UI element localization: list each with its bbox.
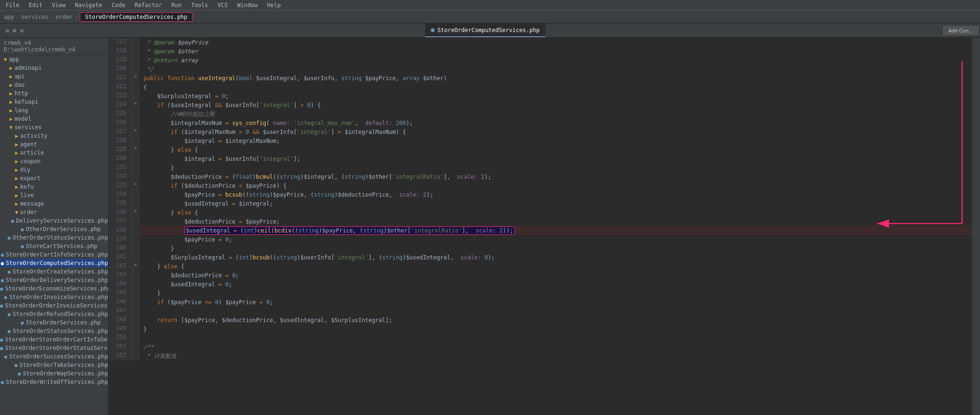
line-number: 252 [109, 351, 132, 360]
menu-item-run[interactable]: Run [169, 2, 184, 8]
sidebar-item-api[interactable]: ▶ api [0, 72, 108, 81]
line-gutter [132, 307, 140, 315]
sidebar-item-other-order[interactable]: ● OtherOrderServices.php [0, 225, 108, 233]
line-number: 249 [109, 324, 132, 333]
sidebar-item-create[interactable]: ● StoreOrderCreateServices.php [0, 267, 108, 276]
line-content: $payPrice = 0; [140, 235, 972, 244]
line-content: if ($integralMaxNum > 0 && $userInfo['in… [140, 127, 972, 136]
right-scrollbar[interactable] [972, 38, 980, 415]
tree-label-computed: StoreOrderComputedServices.php [6, 260, 108, 266]
code-area[interactable]: 217 * @param $payPrice 218 * @param $oth… [109, 38, 972, 415]
sidebar-item-services[interactable]: ▼ services [0, 123, 108, 132]
menu-item-window[interactable]: Window [235, 2, 260, 8]
sidebar-item-live[interactable]: ▶ live [0, 191, 108, 199]
sidebar-item-article[interactable]: ▶ article [0, 149, 108, 157]
line-content: * @param $payPrice [140, 38, 972, 47]
sidebar-item-order-services[interactable]: ● StoreOrderServices.php [0, 318, 108, 327]
file-icon-writeoff: ● [1, 379, 4, 385]
folder-icon-agent: ▶ [15, 141, 18, 148]
sidebar-item-export[interactable]: ▶ export [0, 174, 108, 183]
settings-icon[interactable]: ⚙ [6, 27, 9, 34]
line-gutter: ▶ [132, 262, 140, 271]
breadcrumb-order[interactable]: order [56, 14, 73, 20]
sidebar-item-coupon[interactable]: ▶ coupon [0, 157, 108, 166]
sidebar-item-lang[interactable]: ▶ lang [0, 106, 108, 115]
line-number: 231 [109, 163, 132, 172]
sidebar-item-store-status[interactable]: ● StoreOrderStoreOrderStatusServices.php [0, 344, 108, 352]
sidebar-item-model[interactable]: ▶ model [0, 115, 108, 123]
add-config-button[interactable]: Add Con... [943, 26, 978, 35]
tree-label-order-invoice: StoreOrderOrderInvoiceServices.php [5, 302, 109, 309]
table-row: 240 } [109, 244, 972, 253]
sidebar-item-order-invoice[interactable]: ● StoreOrderOrderInvoiceServices.php [0, 301, 108, 310]
file-icon-order-services: ● [21, 320, 24, 326]
line-number: 224 [109, 100, 132, 109]
menu-item-code[interactable]: Code [110, 2, 127, 8]
sidebar-item-message[interactable]: ▶ message [0, 199, 108, 208]
sidebar-item-cart-info[interactable]: ● StoreOrderCartInfoServices.php [0, 250, 108, 259]
sidebar-item-success[interactable]: ● StoreOrderSuccessServices.php [0, 352, 108, 361]
line-gutter [132, 163, 140, 172]
tree-label-economize: StoreOrderEconomizeServices.php [5, 285, 109, 292]
menu-item-edit[interactable]: Edit [27, 2, 44, 8]
folder-icon-api: ▶ [9, 74, 13, 80]
gear-icon[interactable]: ⚙ [20, 27, 23, 34]
sidebar-item-activity[interactable]: ▶ activity [0, 132, 108, 140]
sidebar-item-agent[interactable]: ▶ agent [0, 140, 108, 149]
sidebar-item-kefu[interactable]: ▶ kefu [0, 183, 108, 191]
line-content: $SurplusIntegral = (int)bcsub((string)$u… [140, 253, 972, 262]
file-icon-refund: ● [8, 311, 11, 317]
menu-item-vcs[interactable]: VCS [216, 2, 230, 8]
sidebar-item-computed[interactable]: ● StoreOrderComputedServices.php [0, 259, 108, 267]
sidebar-item-diy[interactable]: ▶ diy [0, 166, 108, 174]
menu-item-file[interactable]: File [4, 2, 21, 8]
sidebar-item-other-status[interactable]: ● OtherOrderStatusServices.php [0, 233, 108, 242]
sidebar-item-invoice[interactable]: ● StoreOrderInvoiceServices.php [0, 293, 108, 301]
table-row-highlighted: 238 $usedIntegral = (int)ceil(bcdiv((str… [109, 226, 972, 235]
sidebar-item-http[interactable]: ▶ http [0, 89, 108, 98]
sidebar-item-order-status[interactable]: ● StoreOrderStatusServices.php [0, 327, 108, 335]
tab-store-order-computed[interactable]: StoreOrderComputedServices.php [425, 24, 545, 37]
line-content: } else { [140, 262, 972, 271]
sidebar-item-delivery2[interactable]: ● StoreOrderDeliveryServices.php [0, 276, 108, 284]
sidebar-item-kefuapi[interactable]: ▶ kefuapi [0, 98, 108, 106]
line-number: 248 [109, 315, 132, 324]
tree-label-model: model [15, 116, 32, 122]
menu-item-refactor[interactable]: Refactor [133, 2, 164, 8]
sidebar-item-economize[interactable]: ● StoreOrderEconomizeServices.php [0, 284, 108, 293]
line-number: 229 [109, 145, 132, 154]
menu-item-help[interactable]: Help [265, 2, 283, 8]
sidebar-item-refund[interactable]: ● StoreOrderRefundServices.php [0, 310, 108, 318]
breadcrumb-app[interactable]: app [4, 14, 14, 20]
line-content: $deductionPrice = (float)bcmul((string)$… [140, 172, 972, 181]
table-row: 236 ▶ } else { [109, 208, 972, 217]
menu-item-tools[interactable]: Tools [189, 2, 210, 8]
sidebar-item-writeoff[interactable]: ● StoreOrderWriteOffServices.php [0, 378, 108, 386]
table-row: 235 $usedIntegral = $integral; [109, 199, 972, 208]
line-content: $usedIntegral = (int)ceil(bcdiv((string)… [140, 226, 972, 235]
line-gutter [132, 315, 140, 324]
breadcrumb-file[interactable]: StoreOrderComputedServices.php [80, 12, 193, 22]
line-content: } else { [140, 145, 972, 154]
menu-item-view[interactable]: View [50, 2, 67, 8]
sidebar-item-store-cart[interactable]: ● StoreCartServices.php [0, 242, 108, 250]
sidebar-item-app[interactable]: ▼ app [0, 55, 108, 64]
sidebar-item-take[interactable]: ● StoreOrderTakeServices.php [0, 361, 108, 369]
sidebar-item-dao[interactable]: ▶ dao [0, 81, 108, 89]
tree-label-dao: dao [15, 82, 25, 88]
layout-icon[interactable]: ⊞ [13, 27, 16, 34]
sidebar-item-wap[interactable]: ● StoreOrderWapServices.php [0, 369, 108, 378]
breadcrumb-services[interactable]: services [21, 14, 49, 20]
sidebar-item-order[interactable]: ▼ order [0, 208, 108, 216]
table-row: 250 [109, 333, 972, 342]
line-gutter [132, 65, 140, 74]
menu-item-navigate[interactable]: Navigate [73, 2, 104, 8]
tree-label-order-services: StoreOrderServices.php [26, 319, 101, 326]
table-row: 227 ▶ if ($integralMaxNum > 0 && $userIn… [109, 127, 972, 136]
sidebar-item-adminapi[interactable]: ▶ adminapi [0, 64, 108, 72]
sidebar-item-delivery-services[interactable]: ● DeliveryServiceServices.php [0, 216, 108, 225]
sidebar-item-store-cart-info[interactable]: ● StoreOrderStoreOrderCartInfoServices.p… [0, 335, 108, 344]
file-icon-order-status: ● [8, 328, 11, 334]
tree-label-delivery: DeliveryServiceServices.php [16, 217, 108, 224]
file-icon-delivery: ● [11, 218, 14, 224]
